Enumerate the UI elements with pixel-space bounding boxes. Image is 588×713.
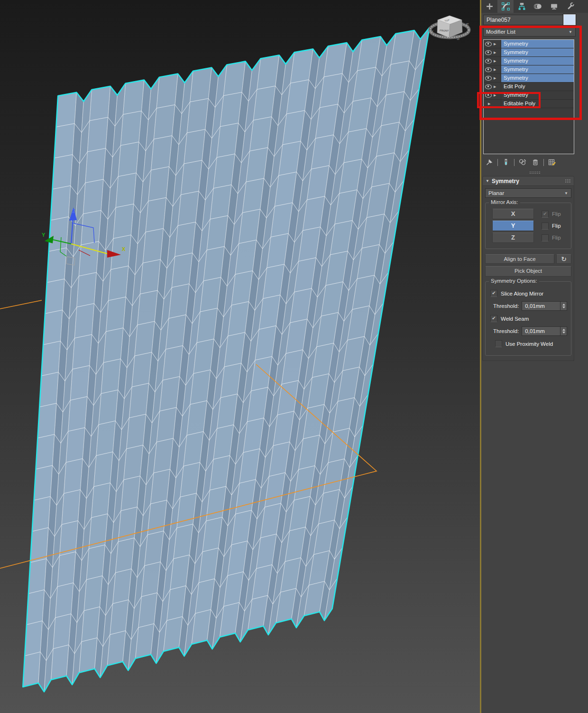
utilities-wrench-icon: [566, 2, 574, 10]
remove-modifier-icon[interactable]: [532, 158, 539, 166]
symmetry-type-dropdown[interactable]: Planar ▼: [485, 188, 571, 198]
object-name-input[interactable]: Plane057: [483, 15, 564, 25]
svg-text:X: X: [122, 246, 126, 252]
svg-text:FRONT: FRONT: [440, 29, 449, 32]
annotation-rectangle-small: [477, 92, 541, 108]
threshold-spinner[interactable]: 0,01mm: [522, 301, 567, 311]
mirror-axis-group: Mirror Axis: X Flip Y Flip Z Flip: [485, 203, 571, 249]
threshold-value: 0,01mm: [522, 303, 560, 309]
axis-x-button[interactable]: X: [492, 209, 534, 219]
use-proximity-weld-checkbox[interactable]: [495, 340, 502, 347]
rollout-grip-icon[interactable]: [565, 179, 571, 183]
symmetry-rollout-header[interactable]: ▼ Symmetry: [482, 176, 574, 186]
configure-modifier-sets-icon[interactable]: [548, 158, 556, 166]
flip-x-checkbox[interactable]: [542, 211, 549, 218]
pick-object-button[interactable]: Pick Object: [485, 266, 571, 277]
symmetry-rollout: ▼ Symmetry Planar ▼ Mirror Axis: X Flip …: [482, 176, 574, 361]
spinner-arrows-icon[interactable]: [560, 302, 567, 310]
tab-hierarchy[interactable]: [514, 0, 530, 13]
flip-y-label: Flip: [552, 223, 561, 229]
use-proximity-weld-label: Use Proximity Weld: [505, 341, 553, 347]
flip-z-label: Flip: [552, 235, 561, 241]
tab-utilities[interactable]: [562, 0, 578, 13]
modifier-stack-toolbar: [483, 156, 574, 168]
tab-create[interactable]: [481, 0, 497, 13]
viewport-3d[interactable]: ZYXFRONTTOPWSE: [0, 0, 480, 713]
rotate-circular-arrows-icon[interactable]: ↻: [556, 254, 571, 264]
chevron-down-icon: ▼: [564, 191, 568, 195]
rollout-collapse-icon: ▼: [486, 179, 489, 183]
threshold-label: Threshold:: [493, 328, 519, 334]
symmetry-type-value: Planar: [488, 190, 504, 196]
svg-text:Y: Y: [42, 232, 46, 238]
panel-resize-handle[interactable]: [481, 171, 588, 174]
object-color-swatch[interactable]: [563, 14, 576, 26]
threshold-label: Threshold:: [493, 303, 519, 309]
svg-text:S: S: [457, 36, 459, 41]
axis-y-button[interactable]: Y: [492, 221, 534, 231]
slice-along-mirror-label: Slice Along Mirror: [501, 291, 543, 296]
display-icon: [550, 2, 558, 10]
toolbar-separator: [497, 159, 498, 166]
weld-seam-label: Weld Seam: [501, 316, 529, 322]
make-unique-icon[interactable]: [519, 158, 527, 166]
axis-z-button[interactable]: Z: [492, 232, 534, 243]
svg-text:E: E: [466, 22, 469, 27]
tab-modify[interactable]: [497, 0, 514, 13]
pin-stack-icon[interactable]: [486, 158, 493, 166]
toolbar-separator: [514, 159, 514, 166]
slice-along-mirror-checkbox[interactable]: [490, 290, 497, 297]
mirror-axis-label: Mirror Axis:: [489, 199, 520, 205]
threshold-spinner[interactable]: 0,01mm: [522, 326, 567, 336]
hierarchy-icon: [518, 2, 526, 10]
symmetry-options-group: Symmetry Options: Slice Along Mirror Thr…: [485, 281, 571, 356]
spinner-arrows-icon[interactable]: [560, 327, 567, 335]
tab-motion[interactable]: [530, 0, 546, 13]
motion-icon: [534, 2, 542, 10]
svg-text:W: W: [429, 29, 433, 34]
threshold-value: 0,01mm: [522, 328, 560, 334]
tab-display[interactable]: [546, 0, 562, 13]
flip-y-checkbox[interactable]: [542, 222, 549, 230]
create-plus-icon: [486, 2, 494, 10]
modify-icon: [502, 2, 510, 10]
align-to-face-button[interactable]: Align to Face: [485, 254, 554, 264]
show-end-result-icon[interactable]: [502, 158, 510, 166]
weld-seam-checkbox[interactable]: [490, 315, 497, 322]
symmetry-options-label: Symmetry Options:: [489, 278, 539, 284]
command-panel-tabs: [481, 0, 588, 13]
toolbar-separator: [543, 159, 544, 166]
flip-x-label: Flip: [552, 211, 561, 217]
flip-z-checkbox[interactable]: [542, 234, 549, 241]
rollout-title: Symmetry: [492, 178, 519, 185]
svg-text:Z: Z: [72, 208, 75, 214]
